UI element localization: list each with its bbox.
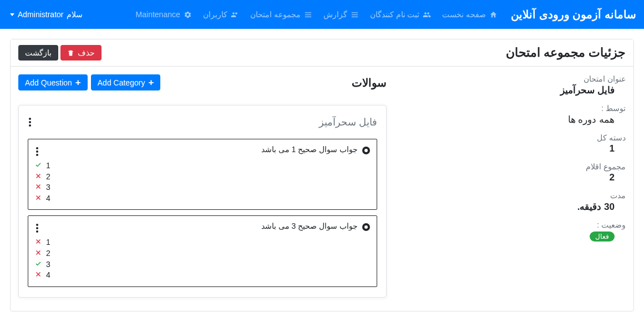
nav-maintenance-label: Maintenance bbox=[136, 10, 180, 19]
brand-title[interactable]: سامانه آزمون ورودی آنلاین bbox=[511, 8, 636, 21]
add-category-label: Add Category bbox=[98, 78, 145, 87]
card-header: جزئیات مجموعه امتحان حذف بازگشت bbox=[11, 39, 633, 67]
list-icon bbox=[304, 11, 312, 19]
option-number: 4 bbox=[46, 193, 52, 204]
info-panel: عنوان امتحان فایل سحرآمیز توسط: همه دوره… bbox=[400, 74, 626, 298]
users-icon bbox=[423, 11, 431, 19]
option-number: 1 bbox=[46, 237, 52, 248]
option-number: 2 bbox=[46, 248, 52, 259]
option-row: 3 bbox=[35, 259, 356, 270]
add-question-label: Add Question bbox=[25, 78, 72, 87]
user-name: Administrator bbox=[18, 10, 63, 19]
question-text: جواب سوال صحیح 3 می باشد bbox=[39, 222, 358, 230]
nav-users-label: کاربران bbox=[203, 10, 227, 19]
info-cat-label: دسته کل bbox=[400, 133, 626, 142]
add-question-button[interactable]: + Add Question bbox=[18, 74, 88, 90]
option-row: 4 bbox=[35, 270, 356, 281]
more-icon[interactable] bbox=[35, 222, 39, 235]
bullet-icon bbox=[362, 147, 370, 154]
user-dropdown[interactable]: سلام Administrator bbox=[8, 6, 85, 23]
cross-icon bbox=[35, 172, 42, 183]
option-number: 1 bbox=[46, 160, 52, 172]
cross-icon bbox=[35, 237, 42, 248]
bullet-icon bbox=[362, 223, 370, 231]
chevron-down-icon bbox=[10, 13, 14, 16]
nav-exams-label: مجموعه امتحان bbox=[250, 10, 301, 19]
nav-links: صفحه نخست ثبت نام کنندگان گزارش مجموعه ا… bbox=[130, 4, 504, 24]
option-row: 2 bbox=[35, 172, 356, 183]
option-number: 2 bbox=[46, 172, 52, 183]
nav-exams[interactable]: مجموعه امتحان bbox=[245, 4, 318, 24]
list-icon bbox=[351, 11, 359, 19]
main-card: جزئیات مجموعه امتحان حذف بازگشت عنوان ام… bbox=[10, 39, 634, 311]
info-title-value: فایل سحرآمیز bbox=[400, 84, 626, 96]
option-row: 4 bbox=[35, 193, 356, 204]
check-icon bbox=[35, 160, 42, 172]
option-number: 3 bbox=[46, 259, 52, 270]
info-by-value: همه دوره ها bbox=[400, 114, 626, 125]
more-icon[interactable] bbox=[28, 115, 32, 129]
top-navbar: سامانه آزمون ورودی آنلاین صفحه نخست ثبت … bbox=[0, 0, 644, 29]
questions-heading: سوالات bbox=[352, 76, 387, 89]
user-prefix: سلام bbox=[67, 10, 83, 19]
cross-icon bbox=[35, 248, 42, 259]
question-text: جواب سوال صحیح 1 می باشد bbox=[39, 145, 358, 154]
nav-report-label: گزارش bbox=[323, 10, 347, 19]
info-by-label: توسط: bbox=[400, 104, 626, 113]
home-icon bbox=[489, 11, 498, 19]
info-items-value: 2 bbox=[400, 172, 626, 183]
trash-icon bbox=[67, 49, 74, 57]
questions-panel: سوالات + Add Category + Add Question bbox=[18, 74, 387, 298]
nav-maintenance[interactable]: Maintenance bbox=[130, 4, 197, 24]
back-button[interactable]: بازگشت bbox=[18, 45, 58, 61]
category-box: فایل سحرآمیز جواب سوال صحیح 1 می باشد123… bbox=[18, 105, 387, 298]
option-row: 1 bbox=[35, 160, 356, 172]
cross-icon bbox=[35, 193, 42, 204]
nav-registrants[interactable]: ثبت نام کنندگان bbox=[364, 4, 437, 24]
nav-report[interactable]: گزارش bbox=[318, 4, 364, 24]
info-title-label: عنوان امتحان bbox=[400, 74, 626, 83]
status-badge: فعال bbox=[590, 232, 615, 242]
option-number: 3 bbox=[46, 182, 52, 193]
cross-icon bbox=[35, 270, 42, 281]
delete-label: حذف bbox=[78, 48, 95, 57]
option-row: 2 bbox=[35, 248, 356, 259]
cross-icon bbox=[35, 182, 42, 193]
page-title: جزئیات مجموعه امتحان bbox=[506, 46, 626, 60]
category-title: فایل سحرآمیز bbox=[319, 116, 377, 128]
nav-users[interactable]: کاربران bbox=[197, 4, 245, 24]
option-row: 3 bbox=[35, 182, 356, 193]
info-items-label: مجموع اقلام bbox=[400, 162, 626, 171]
option-row: 1 bbox=[35, 237, 356, 248]
back-label: بازگشت bbox=[25, 48, 52, 57]
users-icon bbox=[231, 11, 239, 19]
more-icon[interactable] bbox=[35, 145, 39, 158]
info-cat-value: 1 bbox=[400, 143, 626, 154]
check-icon bbox=[35, 259, 42, 270]
gear-icon bbox=[184, 11, 192, 19]
question-item: جواب سوال صحیح 3 می باشد1234 bbox=[28, 215, 377, 286]
option-number: 4 bbox=[46, 270, 52, 281]
nav-home-label: صفحه نخست bbox=[442, 10, 486, 19]
add-category-button[interactable]: + Add Category bbox=[91, 74, 161, 90]
question-item: جواب سوال صحیح 1 می باشد1234 bbox=[28, 139, 377, 210]
plus-icon: + bbox=[75, 78, 81, 87]
plus-icon: + bbox=[148, 78, 154, 87]
info-duration-value: 30 دقیقه. bbox=[400, 201, 626, 213]
info-duration-label: مدت bbox=[400, 191, 626, 200]
nav-home[interactable]: صفحه نخست bbox=[437, 4, 503, 24]
delete-button[interactable]: حذف bbox=[60, 45, 102, 61]
info-status-label: وضعیت: bbox=[400, 220, 626, 229]
options-list: 1234 bbox=[35, 237, 356, 280]
nav-registrants-label: ثبت نام کنندگان bbox=[370, 10, 420, 19]
options-list: 1234 bbox=[35, 160, 356, 204]
